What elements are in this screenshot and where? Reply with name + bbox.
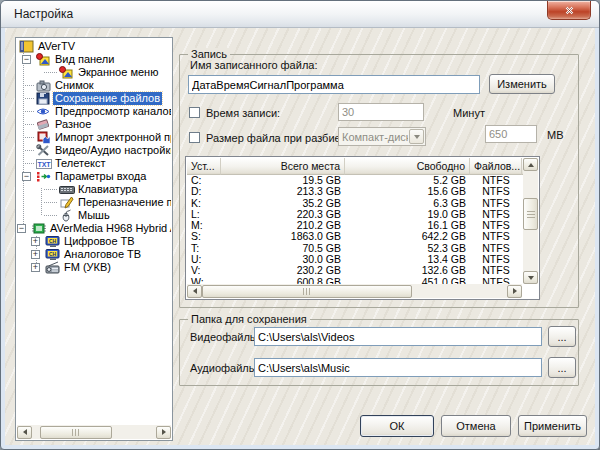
tree-item-label: Цифровое ТВ xyxy=(62,235,137,248)
video-folder-input[interactable] xyxy=(254,327,542,346)
tree-item-label: Экранное меню xyxy=(76,66,160,79)
tree-item[interactable]: +CHЦифровое ТВ xyxy=(17,235,171,248)
tree-item[interactable]: Сохранение файлов xyxy=(17,92,171,105)
scroll-down-button[interactable] xyxy=(523,271,538,284)
drive-cell: 19.5 GB xyxy=(221,175,345,186)
tree-item-label: AVerMedia H968 Hybrid Ana xyxy=(48,222,171,235)
drive-row[interactable]: K:35.2 GB6.3 GBNTFS xyxy=(187,198,522,209)
column-header[interactable]: Всего места xyxy=(221,158,345,175)
split-size-input[interactable] xyxy=(485,125,537,143)
filename-label: Имя записанного файла: xyxy=(190,59,317,71)
video-browse-button[interactable]: ... xyxy=(548,326,576,347)
arrow-left-icon xyxy=(23,429,27,435)
column-header[interactable]: Файлов... xyxy=(470,158,522,175)
collapse-icon[interactable]: − xyxy=(22,172,31,181)
drive-cell: NTFS xyxy=(470,220,522,231)
expand-icon[interactable]: + xyxy=(31,250,40,259)
tree-item[interactable]: AVerTV xyxy=(17,40,171,53)
record-time-input[interactable] xyxy=(338,103,424,121)
expand-icon[interactable]: + xyxy=(31,263,40,272)
drive-cell: K: xyxy=(187,198,221,209)
tree-item[interactable]: Видео/Аудио настройки xyxy=(17,144,171,157)
audio-folder-input[interactable] xyxy=(254,358,542,377)
scroll-left-button[interactable] xyxy=(187,285,202,298)
tree-item-label: Видео/Аудио настройки xyxy=(53,144,171,157)
tree-item[interactable]: Снимок xyxy=(17,79,171,92)
scroll-thumb[interactable] xyxy=(523,198,538,230)
tree-item[interactable]: +CHАналоговое ТВ xyxy=(17,248,171,261)
scroll-left-button[interactable] xyxy=(17,426,32,439)
save-folder-group-title: Папка для сохранения xyxy=(188,313,310,325)
fm-radio-icon xyxy=(45,261,61,274)
audio-browse-button[interactable]: ... xyxy=(548,357,576,378)
tree-connector-line xyxy=(44,189,57,190)
apply-button[interactable]: Применить xyxy=(518,415,587,437)
tree-item-label: Предпросмотр каналов xyxy=(53,105,171,118)
mouse-icon xyxy=(59,209,75,222)
close-button[interactable] xyxy=(547,1,591,20)
input-params-icon xyxy=(36,170,52,183)
drive-row[interactable]: M:210.2 GB16.1 GBNTFS xyxy=(187,220,522,231)
tree-item[interactable]: Переназначение пульт xyxy=(17,196,171,209)
tree-item[interactable]: −Вид панели xyxy=(17,53,171,66)
tree-horizontal-scrollbar[interactable] xyxy=(17,425,171,439)
tree-item-label: Переназначение пульт xyxy=(76,196,171,209)
tree-item[interactable]: Клавиатура xyxy=(17,183,171,196)
tree-item[interactable]: Экранное меню xyxy=(17,66,171,79)
scroll-thumb[interactable] xyxy=(202,285,412,298)
table-horizontal-scrollbar[interactable] xyxy=(187,284,522,298)
keyboard-icon xyxy=(59,183,75,196)
tree-item[interactable]: Предпросмотр каналов xyxy=(17,105,171,118)
split-size-select[interactable]: Компакт-диск xyxy=(338,127,426,146)
drive-row[interactable]: V:230.2 GB132.6 GBNTFS xyxy=(187,265,522,276)
expand-icon[interactable]: + xyxy=(31,237,40,246)
record-group: Запись Имя записанного файла: Изменить В… xyxy=(179,54,579,308)
scroll-up-button[interactable] xyxy=(523,158,538,171)
drive-row[interactable]: C:19.5 GB5.2 GBNTFS xyxy=(187,175,522,186)
tree-item[interactable]: −AVerMedia H968 Hybrid Ana xyxy=(17,222,171,235)
osd-menu-icon xyxy=(59,66,75,79)
change-button[interactable]: Изменить xyxy=(489,74,555,94)
tree-connector-line xyxy=(25,85,34,86)
scroll-right-button[interactable] xyxy=(156,426,171,439)
tree-item[interactable]: Разное xyxy=(17,118,171,131)
ok-button[interactable]: ОК xyxy=(360,415,434,437)
cancel-button[interactable]: Отмена xyxy=(441,415,511,437)
arrow-right-icon xyxy=(513,288,517,294)
combo-dropdown-button[interactable] xyxy=(409,129,424,144)
split-size-selected-value: Компакт-диск xyxy=(339,131,408,143)
collapse-icon[interactable]: − xyxy=(22,55,31,64)
table-vertical-scrollbar[interactable] xyxy=(523,158,538,284)
tree-item[interactable]: TXTТелетекст xyxy=(17,157,171,170)
column-header[interactable]: Свободно xyxy=(345,158,470,175)
scroll-right-button[interactable] xyxy=(507,285,522,298)
record-time-checkbox[interactable] xyxy=(189,107,200,118)
drive-cell: NTFS xyxy=(470,254,522,265)
drive-cell: 642.2 GB xyxy=(345,231,470,242)
tree-item[interactable]: Импорт электронной прог xyxy=(17,131,171,144)
filename-input[interactable] xyxy=(188,75,480,94)
drive-row[interactable]: D:213.3 GB15.6 GBNTFS xyxy=(187,186,522,197)
drive-row[interactable]: U:30.0 GB13.4 GBNTFS xyxy=(187,254,522,265)
drive-row[interactable]: W:600.8 GB451.0 GBNTFS xyxy=(187,277,522,284)
drive-cell: 6.3 GB xyxy=(345,198,470,209)
titlebar[interactable]: Настройка xyxy=(1,1,599,28)
scroll-thumb[interactable] xyxy=(40,426,112,439)
drive-row[interactable]: T:70.5 GB52.3 GBNTFS xyxy=(187,243,522,254)
tree-connector-line xyxy=(44,215,57,216)
drive-row[interactable]: S:1863.0 GB642.2 GBNTFS xyxy=(187,231,522,242)
drive-cell: D: xyxy=(187,186,221,197)
drive-cell: 600.8 GB xyxy=(221,277,345,284)
drive-cell: L: xyxy=(187,209,221,220)
tree-connector-line xyxy=(25,137,34,138)
analog-tv-icon: CH xyxy=(45,248,61,261)
drive-cell: 16.1 GB xyxy=(345,220,470,231)
tree-item[interactable]: −Параметры входа xyxy=(17,170,171,183)
drive-row[interactable]: L:220.3 GB19.0 GBNTFS xyxy=(187,209,522,220)
drive-cell: NTFS xyxy=(470,231,522,242)
split-size-checkbox[interactable] xyxy=(189,132,200,143)
collapse-icon[interactable]: − xyxy=(17,224,26,233)
column-header[interactable]: Уст... xyxy=(187,158,221,175)
tree-item[interactable]: +FM (УКВ) xyxy=(17,261,171,274)
tree-item[interactable]: Мышь xyxy=(17,209,171,222)
